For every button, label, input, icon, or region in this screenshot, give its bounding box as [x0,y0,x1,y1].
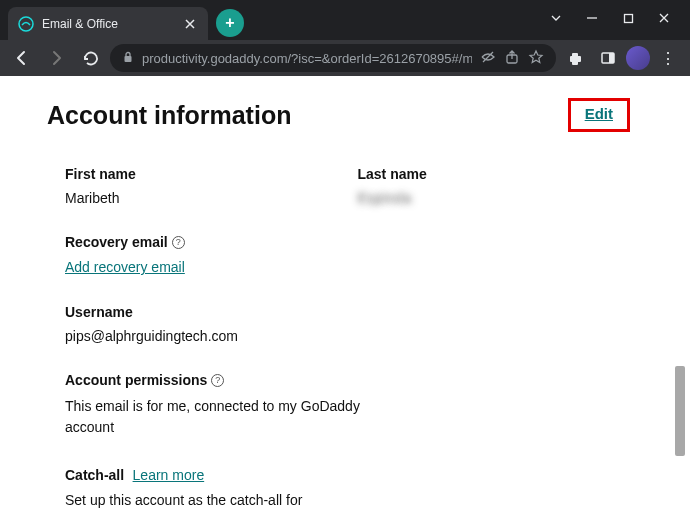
svg-rect-7 [609,53,614,63]
svg-rect-1 [624,14,632,22]
url-text: productivity.godaddy.com/?isc=&orderId=2… [142,51,472,66]
learn-more-link[interactable]: Learn more [133,467,205,483]
maximize-icon[interactable] [614,4,642,32]
godaddy-favicon-icon [18,16,34,32]
scrollbar[interactable] [673,76,687,508]
forward-icon[interactable] [42,44,70,72]
profile-avatar[interactable] [626,46,650,70]
last-name-label: Last name [358,166,631,182]
username-label: Username [65,304,630,320]
info-icon[interactable]: ? [211,374,224,387]
share-icon[interactable] [504,49,520,68]
catchall-desc: Set up this account as the catch-all for [65,490,365,508]
minimize-icon[interactable] [578,4,606,32]
info-icon[interactable]: ? [172,236,185,249]
back-icon[interactable] [8,44,36,72]
recovery-email-label: Recovery email ? [65,234,630,250]
star-icon[interactable] [528,49,544,68]
eye-off-icon[interactable] [480,49,496,68]
add-recovery-email-link[interactable]: Add recovery email [65,259,185,275]
page-title: Account information [47,101,291,130]
browser-tab[interactable]: Email & Office [8,7,208,40]
svg-point-2 [19,17,33,31]
username-value: pips@alphrguidingtech.com [65,328,630,344]
permissions-value: This email is for me, connected to my Go… [65,396,365,438]
edit-highlight: Edit [568,98,630,132]
address-bar: productivity.godaddy.com/?isc=&orderId=2… [0,40,690,76]
window-controls [530,0,690,36]
toolbar-right: ⋮ [562,44,682,72]
tab-close-icon[interactable] [182,16,198,32]
scrollbar-thumb[interactable] [675,366,685,456]
url-box[interactable]: productivity.godaddy.com/?isc=&orderId=2… [110,44,556,72]
page: Account information Edit First name Mari… [7,76,670,508]
tab-title: Email & Office [42,17,174,31]
permissions-label: Account permissions ? [65,372,630,388]
menu-icon[interactable]: ⋮ [654,44,682,72]
first-name-value: Maribeth [65,190,338,206]
svg-rect-3 [125,56,132,62]
close-icon[interactable] [650,4,678,32]
reload-icon[interactable] [76,44,104,72]
first-name-label: First name [65,166,338,182]
panel-icon[interactable] [594,44,622,72]
lock-icon [122,51,134,65]
extensions-icon[interactable] [562,44,590,72]
edit-link[interactable]: Edit [585,105,613,122]
new-tab-button[interactable]: + [216,9,244,37]
catchall-label: Catch-all [65,467,124,483]
dropdown-icon[interactable] [542,4,570,32]
viewport: Account information Edit First name Mari… [0,76,690,508]
last-name-value: Espinola [358,190,631,206]
